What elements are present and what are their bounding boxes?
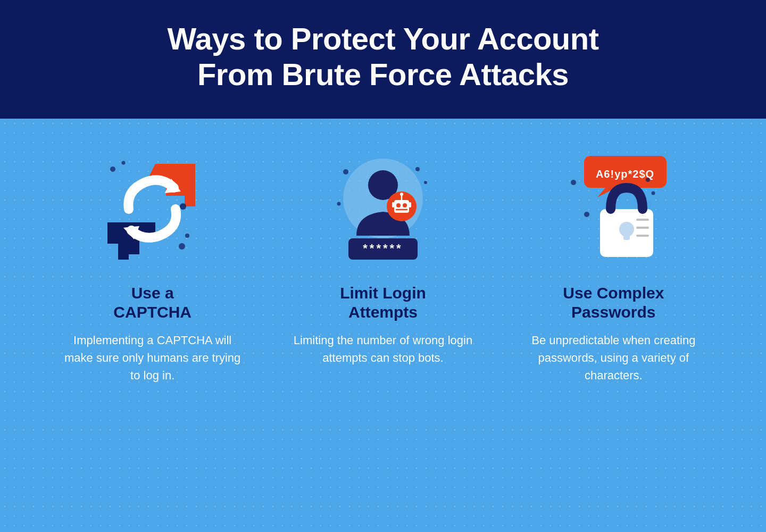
cards-container: Use a CAPTCHA Implementing a CAPTCHA wil… [37, 151, 729, 384]
svg-point-20 [403, 203, 407, 207]
password-heading-line2: Passwords [571, 303, 655, 321]
captcha-icon-area [94, 151, 211, 268]
svg-point-1 [121, 161, 125, 165]
card-captcha: Use a CAPTCHA Implementing a CAPTCHA wil… [37, 151, 268, 384]
header-title: Ways to Protect Your Account From Brute … [43, 21, 723, 92]
svg-rect-18 [394, 200, 409, 213]
login-icon-area: ****** [324, 151, 442, 268]
captcha-heading-line2: CAPTCHA [113, 303, 192, 321]
svg-point-42 [646, 178, 650, 182]
svg-point-23 [400, 193, 403, 196]
svg-point-30 [652, 192, 655, 195]
header: Ways to Protect Your Account From Brute … [0, 0, 766, 119]
svg-point-14 [337, 202, 340, 206]
svg-rect-37 [623, 229, 630, 240]
svg-text:A6!yp*2$Q: A6!yp*2$Q [596, 168, 654, 180]
login-heading-line2: Attempts [348, 303, 418, 321]
card-passwords: A6!yp*2$Q [498, 151, 729, 384]
login-text: Limiting the number of wrong login attem… [289, 331, 477, 367]
svg-point-3 [179, 243, 185, 250]
svg-text:******: ****** [363, 242, 403, 255]
captcha-icon [97, 153, 209, 265]
svg-point-11 [343, 169, 348, 174]
title-line1: Ways to Protect Your Account [168, 21, 599, 56]
captcha-text: Implementing a CAPTCHA will make sure on… [59, 331, 246, 384]
svg-point-13 [424, 181, 427, 184]
svg-point-19 [396, 203, 401, 207]
svg-rect-25 [409, 202, 411, 207]
captcha-heading-line1: Use a [131, 284, 174, 302]
password-heading: Use Complex Passwords [563, 284, 664, 322]
password-icon-area: A6!yp*2$Q [555, 151, 672, 268]
title-line2: From Brute Force Attacks [197, 57, 569, 92]
password-text: Be unpredictable when creating passwords… [520, 331, 707, 384]
login-heading: Limit Login Attempts [340, 284, 426, 322]
svg-point-41 [584, 212, 589, 217]
login-icon: ****** [327, 151, 439, 268]
login-heading-line1: Limit Login [340, 284, 426, 302]
page-wrapper: Ways to Protect Your Account From Brute … [0, 0, 766, 532]
password-heading-line1: Use Complex [563, 284, 664, 302]
svg-point-12 [415, 167, 420, 171]
svg-point-10 [180, 203, 186, 210]
svg-point-2 [185, 234, 189, 238]
svg-rect-24 [392, 202, 395, 207]
svg-point-0 [110, 167, 115, 172]
password-icon: A6!yp*2$Q [555, 151, 672, 268]
card-login-attempts: ****** Limit Login Attempts Limiting the… [268, 151, 498, 367]
svg-point-28 [571, 180, 576, 185]
captcha-heading: Use a CAPTCHA [113, 284, 192, 322]
main-content: Use a CAPTCHA Implementing a CAPTCHA wil… [0, 119, 766, 532]
